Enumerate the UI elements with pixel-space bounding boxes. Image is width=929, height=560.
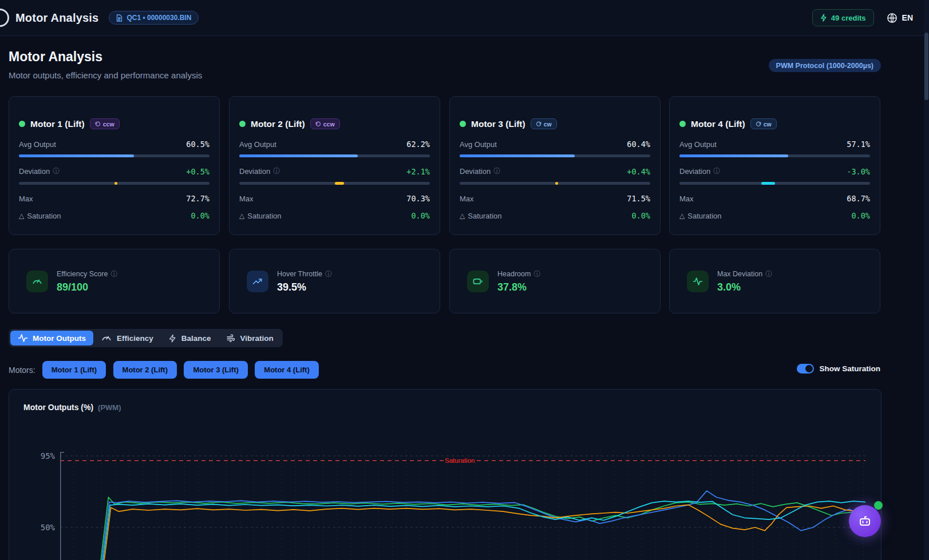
metric-label: Efficiency Score [57, 270, 108, 278]
motor-status-dot [679, 121, 686, 127]
saturation-value: 0.0% [851, 211, 870, 220]
tab-efficiency[interactable]: Efficiency [93, 331, 161, 345]
avg-output-label: Avg Output [679, 140, 717, 149]
app-title: Motor Analysis [15, 11, 98, 25]
assistant-button[interactable] [849, 505, 881, 537]
file-badge[interactable]: QC1 • 00000030.BIN [109, 11, 199, 25]
warning-icon: △ [679, 212, 685, 220]
motor-outputs-chart[interactable]: SaturationSaturation [60, 450, 865, 560]
metric-value: 3.0% [717, 281, 772, 293]
avg-output-value: 60.4% [627, 140, 650, 149]
rotation-direction-badge: ccw [310, 118, 340, 129]
motors-filter-row: Motors: Motor 1 (Lift) Motor 2 (Lift) Mo… [9, 361, 323, 379]
toggle-knob [805, 365, 813, 372]
metric-card: Headroom ⓘ 37.8% [449, 249, 661, 313]
file-badge-label: QC1 • 00000030.BIN [126, 14, 191, 22]
chart-title: Motor Outputs (%) [23, 403, 93, 412]
assistant-online-dot [874, 501, 883, 510]
avg-output-value: 60.5% [186, 140, 209, 149]
deviation-bar [679, 182, 870, 185]
max-value: 70.3% [406, 194, 430, 203]
rotation-direction-badge: ccw [90, 118, 120, 129]
motor-card-1: Motor 1 (Lift) ccw Avg Output 60.5% Devi… [9, 96, 220, 235]
scrollbar-thumb[interactable] [924, 33, 928, 100]
language-label: EN [902, 13, 913, 22]
saturation-value: 0.0% [631, 211, 650, 220]
saturation-value: 0.0% [191, 211, 209, 220]
deviation-bar [239, 182, 430, 185]
credits-label: 49 credits [831, 14, 866, 22]
saturation-label: △ Saturation [679, 212, 722, 220]
metric-card: Hover Throttle ⓘ 39.5% [229, 249, 440, 313]
motor-card-title: Motor 2 (Lift) [251, 119, 305, 129]
metric-card: Efficiency Score ⓘ 89/100 [9, 249, 220, 313]
motors-label: Motors: [9, 366, 35, 375]
tab-balance[interactable]: Balance [161, 331, 219, 345]
info-icon[interactable]: ⓘ [53, 166, 60, 176]
show-saturation-toggle[interactable] [797, 364, 814, 374]
page-subtitle: Motor outputs, efficiency and performanc… [9, 70, 202, 80]
avg-output-bar [239, 154, 430, 157]
battery-icon [467, 271, 489, 292]
svg-text:Saturation: Saturation [445, 457, 475, 464]
tab-label: Vibration [240, 334, 274, 343]
deviation-label: Deviation ⓘ [239, 166, 280, 176]
avg-output-bar [679, 154, 870, 157]
tab-label: Efficiency [117, 334, 153, 343]
motor-card-4: Motor 4 (Lift) cw Avg Output 57.1% Devia… [669, 96, 880, 235]
saturation-label: △ Saturation [460, 212, 502, 220]
analysis-tabbar: Motor Outputs Efficiency Balance Vibrati… [9, 329, 283, 347]
motor-filter-button-1[interactable]: Motor 1 (Lift) [42, 361, 106, 379]
sidebar-handle-icon[interactable] [0, 9, 9, 27]
max-label: Max [679, 194, 694, 203]
header: Motor Analysis QC1 • 00000030.BIN 49 cre… [0, 0, 929, 36]
info-icon[interactable]: ⓘ [493, 166, 500, 176]
motor-card-title: Motor 1 (Lift) [30, 119, 85, 129]
deviation-label: Deviation ⓘ [460, 166, 500, 176]
y-tick-95: 95% [31, 451, 55, 460]
info-icon[interactable]: ⓘ [325, 269, 332, 279]
tab-motor-outputs[interactable]: Motor Outputs [10, 331, 93, 345]
motor-card-title: Motor 4 (Lift) [691, 119, 745, 129]
tab-label: Balance [181, 334, 211, 343]
motor-filter-button-2[interactable]: Motor 2 (Lift) [113, 361, 177, 379]
info-icon[interactable]: ⓘ [533, 269, 540, 279]
warning-icon: △ [19, 212, 24, 220]
tab-vibration[interactable]: Vibration [219, 331, 281, 345]
deviation-value: +0.5% [186, 167, 209, 176]
deviation-value: +2.1% [406, 167, 430, 176]
max-label: Max [460, 194, 474, 203]
motor-card-2: Motor 2 (Lift) ccw Avg Output 62.2% Devi… [229, 96, 440, 235]
motor-filter-button-4[interactable]: Motor 4 (Lift) [255, 361, 318, 379]
max-value: 71.5% [627, 194, 650, 203]
avg-output-bar [19, 154, 209, 157]
avg-output-value: 62.2% [406, 140, 430, 149]
show-saturation-control: Show Saturation [797, 364, 880, 374]
deviation-value: +0.4% [627, 167, 650, 176]
protocol-badge: PWM Protocol (1000-2000µs) [769, 59, 881, 72]
tab-label: Motor Outputs [33, 334, 86, 343]
motor-card-3: Motor 3 (Lift) cw Avg Output 60.4% Devia… [449, 96, 661, 235]
rotation-direction-badge: cw [750, 118, 777, 129]
info-icon[interactable]: ⓘ [110, 269, 117, 279]
rotation-direction-badge: cw [531, 118, 557, 129]
rotate-icon [756, 121, 761, 127]
metric-label: Hover Throttle [277, 270, 322, 278]
motor-filter-button-3[interactable]: Motor 3 (Lift) [184, 361, 247, 379]
info-icon[interactable]: ⓘ [765, 269, 772, 279]
max-value: 68.7% [847, 194, 870, 203]
saturation-label: △ Saturation [239, 212, 282, 220]
info-icon[interactable]: ⓘ [273, 166, 280, 176]
deviation-value: -3.0% [847, 167, 870, 176]
metric-value: 37.8% [497, 281, 540, 293]
credits-badge[interactable]: 49 credits [812, 9, 874, 26]
deviation-bar [19, 182, 209, 185]
motor-status-dot [239, 121, 246, 127]
info-icon[interactable]: ⓘ [713, 166, 720, 176]
scrollbar-track[interactable] [924, 0, 929, 560]
warning-icon: △ [239, 212, 244, 220]
language-selector[interactable]: EN [887, 13, 913, 23]
max-value: 72.7% [186, 194, 209, 203]
gauge-icon [101, 332, 112, 344]
robot-icon [857, 514, 872, 529]
